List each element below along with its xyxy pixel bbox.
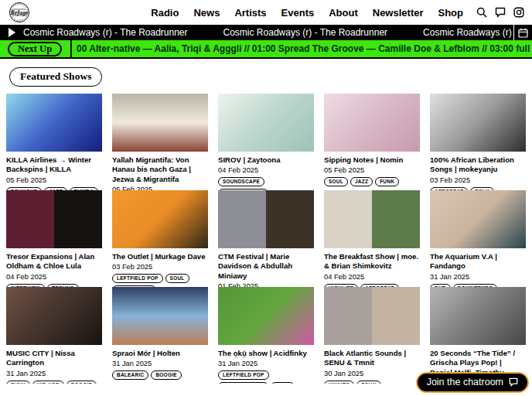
show-card[interactable]: Sipping Notes | Nomin05 Feb 2025SOULJAZZ… <box>324 94 420 190</box>
show-card[interactable]: The Aquarium V.A | Fandango31 Jan 2025DU… <box>430 190 526 287</box>
show-card[interactable]: MUSIC CITY | Nissa Carrington31 Jan 2025… <box>6 287 102 384</box>
genre-tag[interactable]: BOOGIE <box>151 370 181 380</box>
show-title[interactable]: MUSIC CITY | Nissa Carrington <box>6 349 102 368</box>
genre-tag[interactable]: ZOUK <box>356 381 380 384</box>
show-thumbnail[interactable] <box>430 287 526 345</box>
chat-icon[interactable] <box>494 7 506 19</box>
show-thumbnail[interactable] <box>6 190 102 248</box>
show-card[interactable]: 100% African Liberation Songs | mokeyanj… <box>430 94 526 190</box>
show-title[interactable]: The Breakfast Show | moe. & Brian Shimko… <box>324 252 420 271</box>
show-date: 31 Jan 2025 <box>430 273 526 281</box>
genre-tag[interactable]: LEFTFIELD POP <box>218 370 269 380</box>
show-card[interactable]: Tresor Expansions | Alan Oldham & Chloe … <box>6 190 102 287</box>
play-icon[interactable] <box>0 28 23 37</box>
genre-tag[interactable]: SOUL <box>271 382 295 384</box>
instagram-icon[interactable] <box>513 7 524 19</box>
show-genre-tags: LEFTFIELD POPSOULELECTRONIC <box>112 274 208 287</box>
show-title[interactable]: Sipping Notes | Nomin <box>324 155 420 165</box>
now-playing-item: Cosmic Roadways (r) - The Roadrunner <box>223 27 388 38</box>
show-thumbnail[interactable] <box>6 287 102 345</box>
now-playing-bar: Cosmic Roadways (r) - The RoadrunnerCosm… <box>0 25 532 40</box>
show-thumbnail[interactable] <box>430 94 526 152</box>
show-thumbnail[interactable] <box>6 94 102 152</box>
show-title[interactable]: SIROV | Zaytoona <box>218 155 314 165</box>
show-thumbnail[interactable] <box>218 94 314 152</box>
show-title[interactable]: The Outlet | Murkage Dave <box>112 252 208 261</box>
show-thumbnail[interactable] <box>324 287 420 345</box>
refuge-logo[interactable]: Refuge <box>8 2 31 23</box>
nav-item-radio[interactable]: Radio <box>151 7 179 19</box>
join-chatroom-button[interactable]: Join the chatroom <box>416 372 529 393</box>
show-thumbnail[interactable] <box>324 190 420 248</box>
show-card[interactable]: The Breakfast Show | moe. & Brian Shimko… <box>324 190 420 287</box>
show-card[interactable]: SIROV | Zaytoona04 Feb 2025SOUNDSCAPESTO… <box>218 94 314 190</box>
show-card[interactable]: The ọkụ́ show | Acidfinky31 Jan 2025LEFT… <box>218 287 314 384</box>
genre-tag[interactable]: SOUL <box>165 274 189 283</box>
show-date: 04 Feb 2025 <box>324 273 420 281</box>
show-card[interactable]: CTM Festival | Marie Davidson & Abdullah… <box>218 190 314 287</box>
show-date: 05 Feb 2025 <box>324 166 420 174</box>
genre-tag[interactable]: BALEARIC <box>112 370 148 380</box>
main-nav: RadioNewsArtistsEventsAboutNewsletterSho… <box>151 7 463 19</box>
main-content: Featured Shows KILLA Airlines → Winter B… <box>0 59 532 384</box>
schedule-calendar-icon[interactable] <box>513 25 532 40</box>
now-playing-ticker[interactable]: Cosmic Roadways (r) - The RoadrunnerCosm… <box>23 27 513 38</box>
chat-bubble-icon <box>509 377 518 387</box>
show-genre-tags: FUNKHIP-HOPBOOGIE <box>6 381 102 384</box>
next-up-button[interactable]: Next Up <box>8 42 62 56</box>
nav-item-shop[interactable]: Shop <box>438 7 464 19</box>
genre-tag[interactable]: FUNK <box>6 381 30 384</box>
genre-tag[interactable]: LEFTFIELD POP <box>112 274 163 283</box>
show-genre-tags: SOUNDSCAPESTORYTELLING <box>218 177 314 190</box>
show-title[interactable]: CTM Festival | Marie Davidson & Abdullah… <box>218 252 314 281</box>
show-date: 03 Feb 2025 <box>430 176 526 184</box>
show-title[interactable]: Spraoi Mór | Holten <box>112 349 208 358</box>
genre-tag[interactable]: SOUNDSCAPE <box>218 177 264 186</box>
divider <box>70 40 72 57</box>
show-title[interactable]: Yallah Migrantifa: Von Hanau bis nach Ga… <box>112 155 208 184</box>
genre-tag[interactable]: FUNK <box>375 177 399 186</box>
show-title[interactable]: The Aquarium V.A | Fandango <box>430 252 526 271</box>
now-playing-item: Cosmic Roadways (r) - The Roadrunner <box>423 27 513 38</box>
nav-item-artists[interactable]: Artists <box>234 7 266 19</box>
genre-tag[interactable]: BOOGIE <box>66 381 97 384</box>
show-title[interactable]: Black Atlantic Sounds | SENU & Tmnit <box>324 349 420 368</box>
show-card[interactable]: Black Atlantic Sounds | SENU & Tmnit30 J… <box>324 287 420 384</box>
featured-shows-heading[interactable]: Featured Shows <box>9 67 102 87</box>
show-title[interactable]: 100% African Liberation Songs | mokeyanj… <box>430 155 526 175</box>
show-thumbnail[interactable] <box>112 190 208 248</box>
show-title[interactable]: Tresor Expansions | Alan Oldham & Chloe … <box>6 252 102 271</box>
show-card[interactable]: KILLA Airlines → Winter Backspins | KILL… <box>6 94 102 190</box>
show-thumbnail[interactable] <box>324 94 420 152</box>
show-thumbnail[interactable] <box>430 190 526 248</box>
genre-tag[interactable]: KWAITO <box>324 381 354 384</box>
show-date: 31 Jan 2025 <box>112 360 208 367</box>
show-date: 03 Feb 2025 <box>112 263 208 271</box>
show-card[interactable]: The Outlet | Murkage Dave03 Feb 2025LEFT… <box>112 190 208 287</box>
next-up-bar: Next Up 00 Alter-native — Aalia, Triqi &… <box>0 40 532 59</box>
show-card[interactable]: 20 Seconds “The Tide” / Grischa Plays Po… <box>430 287 526 384</box>
show-card[interactable]: Yallah Migrantifa: Von Hanau bis nach Ga… <box>112 94 208 190</box>
search-icon[interactable] <box>476 7 487 19</box>
show-title[interactable]: KILLA Airlines → Winter Backspins | KILL… <box>6 155 102 175</box>
nav-item-news[interactable]: News <box>193 7 220 19</box>
show-date: 30 Jan 2025 <box>324 370 420 377</box>
nav-item-about[interactable]: About <box>329 7 358 19</box>
featured-shows-grid: KILLA Airlines → Winter Backspins | KILL… <box>6 94 526 384</box>
show-thumbnail[interactable] <box>218 190 314 248</box>
nav-item-events[interactable]: Events <box>281 7 315 19</box>
genre-tag[interactable]: EXPERIMENTAL <box>218 382 268 384</box>
now-playing-item: Cosmic Roadways (r) - The Roadrunner <box>23 27 188 38</box>
nav-item-newsletter[interactable]: Newsletter <box>373 7 424 19</box>
genre-tag[interactable]: JAZZ <box>350 177 373 186</box>
join-chatroom-label: Join the chatroom <box>427 377 503 387</box>
show-thumbnail[interactable] <box>112 287 208 345</box>
show-date: 04 Feb 2025 <box>6 273 102 281</box>
genre-tag[interactable]: HIP-HOP <box>32 381 64 384</box>
genre-tag[interactable]: SOUL <box>324 177 348 186</box>
show-thumbnail[interactable] <box>218 287 314 345</box>
show-title[interactable]: The ọkụ́ show | Acidfinky <box>218 349 314 358</box>
header-icons <box>476 7 524 19</box>
show-card[interactable]: Spraoi Mór | Holten31 Jan 2025BALEARICBO… <box>112 287 208 384</box>
show-thumbnail[interactable] <box>112 94 208 152</box>
